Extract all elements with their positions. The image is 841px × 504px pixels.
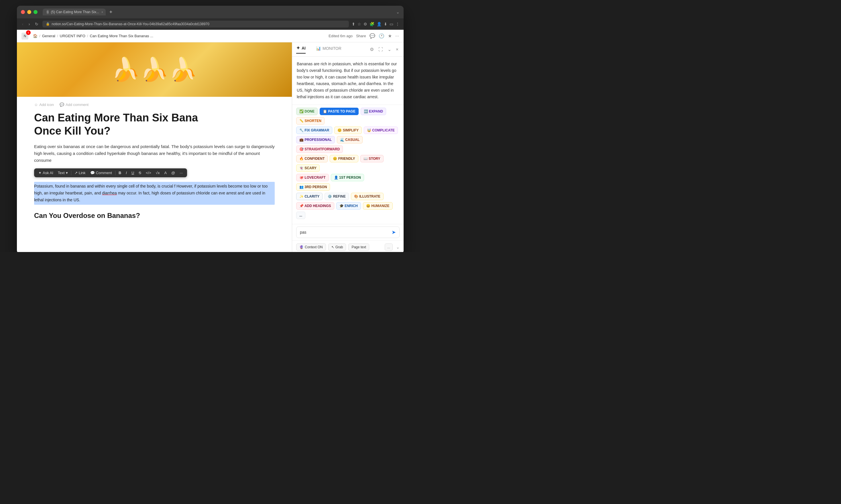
expand-button[interactable]: 🔤 EXPAND — [361, 108, 386, 115]
shorten-button[interactable]: 📏 SHORTEN — [296, 117, 324, 125]
more-text-tools-button[interactable]: ··· — [178, 170, 184, 176]
comment-button[interactable]: 💬 Comment — [89, 170, 113, 176]
ai-bottom-bar: 🔮 Context ON ↖ Grab Page text ... ⌄ — [292, 240, 404, 252]
scary-button[interactable]: 👻 SCARY — [296, 164, 320, 172]
tab-label: (5) Can Eating More Than Six... — [51, 10, 100, 14]
browser-window: N (5) Can Eating More Than Six... × + ⌄ … — [17, 6, 404, 252]
meta-actions: ☺ Add icon 💬 Add comment — [34, 103, 275, 107]
ai-panel-header: ✦ AI 📊 MONITOR ⚙ ⛶ ⌄ × — [292, 42, 404, 57]
highlighted-paragraph: Potassium, found in bananas and within e… — [34, 182, 275, 204]
bookmark-icon[interactable]: ☆ — [357, 22, 361, 26]
breadcrumb-urgent[interactable]: URGENT INFO — [60, 34, 85, 38]
notion-toolbar-right: Edited 6m ago Share 💬 🕐 ★ ··· — [328, 33, 399, 39]
underline-button[interactable]: U — [130, 170, 136, 176]
expand-panel-button[interactable]: ⛶ — [377, 46, 384, 53]
ai-tab-label: AI — [302, 46, 306, 50]
humanize-button[interactable]: 😄 HUMANIZE — [363, 202, 393, 210]
action-row-3: 💼 PROFESSIONAL 🌊 CASUAL 🎯 STRAIGHTFORWAR… — [296, 136, 399, 153]
share-page-icon[interactable]: ⬆ — [352, 22, 355, 26]
simplify-button[interactable]: 😊 SIMPLIFY — [334, 127, 362, 134]
close-panel-button[interactable]: × — [395, 46, 399, 53]
enrich-button[interactable]: 🎓 ENRICH — [336, 202, 361, 210]
share-button[interactable]: Share — [356, 34, 366, 38]
browser-tab[interactable]: N (5) Can Eating More Than Six... × — [43, 8, 106, 16]
lock-icon: 🔒 — [46, 22, 50, 26]
monitor-tab[interactable]: 📊 MONITOR — [316, 46, 341, 53]
comment-icon[interactable]: 💬 — [370, 33, 375, 39]
confident-button[interactable]: 🔥 CONFIDENT — [296, 155, 328, 162]
mention-button[interactable]: @ — [170, 170, 176, 176]
lovecraft-button[interactable]: 🐙 LOVECRAFT — [296, 174, 329, 181]
text-type-dropdown[interactable]: Text ▾ — [56, 170, 69, 176]
back-button[interactable]: ‹ — [21, 21, 25, 27]
new-tab-button[interactable]: + — [107, 8, 115, 16]
paste-to-page-button[interactable]: 📋 PASTE TO PAGE — [320, 108, 359, 115]
comment-icon: 💬 — [59, 103, 64, 107]
history-icon[interactable]: 🕐 — [379, 33, 384, 39]
add-icon-button[interactable]: ☺ Add icon — [34, 103, 54, 107]
ai-input-row: ➤ — [296, 227, 399, 238]
address-input[interactable]: 🔒 notion.so/Can-Eating-More-Than-Six-Ban… — [42, 21, 349, 28]
forward-button[interactable]: › — [28, 21, 31, 27]
bottom-more-button[interactable]: ... — [385, 244, 393, 251]
favorite-icon[interactable]: ★ — [388, 33, 392, 39]
hero-image: 🍌🍌🍌 — [17, 42, 292, 97]
action-row-7: 📌 ADD HEADINGS 🎓 ENRICH 😄 HUMANIZE ... — [296, 202, 399, 219]
casual-button[interactable]: 🌊 CASUAL — [337, 136, 363, 143]
add-comment-button[interactable]: 💬 Add comment — [59, 103, 89, 107]
complicate-button[interactable]: 🤯 COMPLICATE — [364, 127, 398, 134]
done-button[interactable]: ✅ DONE — [296, 108, 318, 115]
profile-icon[interactable]: 👤 — [377, 22, 381, 26]
context-on-button[interactable]: 🔮 Context ON — [296, 244, 326, 251]
settings-button[interactable]: ⚙ — [369, 46, 375, 53]
extension-icon[interactable]: ⚙ — [363, 22, 367, 26]
tab-close-button[interactable]: × — [102, 11, 103, 14]
ask-ai-button[interactable]: ✦ Ask AI — [37, 170, 55, 176]
illustrate-button[interactable]: 🎨 ILLUSTRATE — [351, 193, 383, 200]
professional-button[interactable]: 💼 PROFESSIONAL — [296, 136, 335, 143]
page-text-button[interactable]: Page text — [348, 244, 369, 251]
banana-image: 🍌🍌🍌 — [111, 56, 197, 83]
more-options-icon[interactable]: ⋮ — [396, 22, 399, 26]
window-chevron-icon: ⌄ — [396, 10, 399, 14]
refresh-button[interactable]: ↻ — [34, 21, 39, 27]
more-options-button[interactable]: ··· — [395, 34, 399, 39]
ai-tab[interactable]: ✦ AI — [296, 45, 306, 54]
minimize-window-button[interactable] — [27, 10, 31, 14]
grab-button[interactable]: ↖ Grab — [328, 244, 346, 251]
breadcrumb-page[interactable]: Can Eating More Than Six Bananas ... — [90, 34, 153, 38]
color-button[interactable]: A — [163, 170, 168, 176]
fix-grammar-button[interactable]: 🔧 FIX GRAMMAR — [296, 127, 332, 134]
more-actions-button[interactable]: ... — [296, 212, 305, 219]
breadcrumb-home-icon[interactable]: 🏠 — [33, 34, 37, 38]
refine-button[interactable]: ⚙️ REFINE — [324, 193, 348, 200]
download-icon[interactable]: ⬇ — [384, 22, 387, 26]
story-button[interactable]: 📖 STORY — [360, 155, 383, 162]
clarity-button[interactable]: ✨ CLARITY — [296, 193, 323, 200]
friendly-button[interactable]: 😊 FRIENDLY — [330, 155, 358, 162]
ai-text-input[interactable] — [300, 230, 392, 235]
link-button[interactable]: ↗ Link — [73, 170, 87, 176]
dropdown-chevron-icon[interactable]: ⌄ — [396, 245, 399, 249]
math-button[interactable]: √x — [155, 170, 161, 176]
close-window-button[interactable] — [21, 10, 25, 14]
collapse-panel-button[interactable]: ⌄ — [387, 46, 392, 53]
maximize-window-button[interactable] — [34, 10, 37, 14]
code-button[interactable]: </> — [144, 170, 153, 176]
comment-icon-toolbar: 💬 — [90, 171, 95, 175]
strikethrough-button[interactable]: S — [137, 170, 143, 176]
puzzle-icon[interactable]: 🧩 — [370, 22, 374, 26]
first-person-button[interactable]: 👤 1ST PERSON — [331, 174, 364, 181]
add-headings-button[interactable]: 📌 ADD HEADINGS — [296, 202, 334, 210]
cursor-icon: ↖ — [332, 245, 334, 249]
send-button[interactable]: ➤ — [392, 229, 396, 235]
action-row-2: 🔧 FIX GRAMMAR 😊 SIMPLIFY 🤯 COMPLICATE — [296, 127, 399, 134]
italic-button[interactable]: I — [124, 170, 128, 176]
sidebar-icon[interactable]: ▭ — [390, 22, 393, 26]
straightforward-button[interactable]: 🎯 STRAIGHTFORWARD — [296, 145, 343, 153]
ai-response-area: Bananas are rich in potassium, which is … — [292, 57, 404, 105]
breadcrumb: 🏠 / General / URGENT INFO / Can Eating M… — [33, 34, 153, 38]
breadcrumb-general[interactable]: General — [42, 34, 55, 38]
third-person-button[interactable]: 👥 3RD PERSON — [296, 183, 330, 191]
bold-button[interactable]: B — [117, 170, 123, 176]
